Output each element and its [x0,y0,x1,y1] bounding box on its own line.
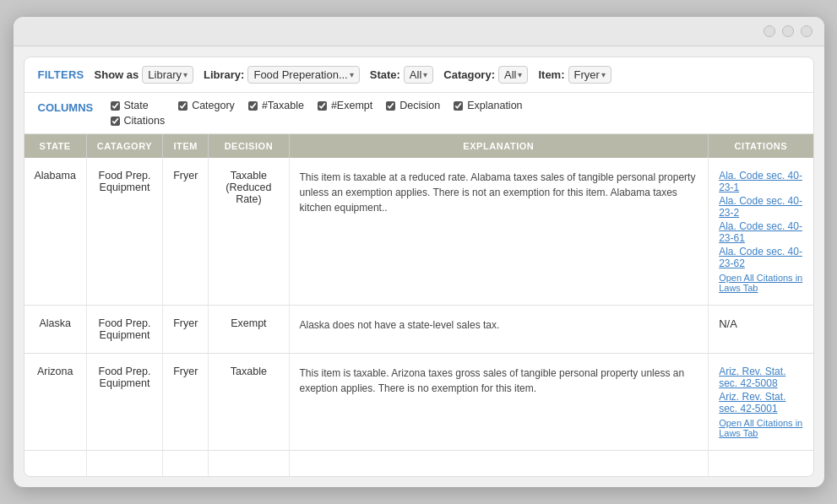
empty-cell [163,451,209,476]
state-label: State: [370,68,400,81]
state-dropdown[interactable]: All ▾ [404,66,433,84]
column-citations-label: Citations [124,115,166,127]
column-decision-label: Decision [399,100,440,111]
empty-cell [709,451,813,476]
table-row: Alaska Food Prep.Equipment Fryer Exempt … [24,306,813,354]
category-dropdown[interactable]: All ▾ [498,66,528,84]
open-all-citations-link[interactable]: Open All Citations in Laws Tab [719,418,802,438]
cell-explanation: This item is taxable at a reduced rate. … [289,158,709,306]
cell-state: Arizona [24,354,87,451]
library-value: Food Preperation... [253,68,347,81]
column-group-3: #Exempt [318,100,372,111]
columns-list: State Citations Category [111,100,523,127]
category-chevron-icon: ▾ [518,70,522,79]
cell-citations: Ariz. Rev. Stat. sec. 42-5008 Ariz. Rev.… [709,354,813,451]
citation-link[interactable]: Ala. Code sec. 40-23-62 [719,246,802,269]
column-decision-checkbox[interactable] [386,101,395,111]
columns-label: COLUMNS [38,101,97,114]
cell-category: Food Prep.Equipment [86,306,162,354]
column-explanation-label: Explanation [467,100,522,111]
table-header-row: STATE CATAGORY ITEM DECISION EXPLANATION… [24,134,813,158]
cell-category: Food Prep.Equipment [86,158,162,306]
cell-category: Food Prep.Equipment [86,354,162,451]
column-group-2: #Taxable [248,100,304,111]
column-group-4: Decision [386,100,440,111]
filters-label: FILTERS [38,68,84,81]
state-value: All [410,68,421,81]
data-table: STATE CATAGORY ITEM DECISION EXPLANATION… [24,134,813,476]
citation-link[interactable]: Ala. Code sec. 40-23-1 [719,170,802,193]
cell-explanation: Alaska does not have a state-level sales… [289,306,709,354]
column-group-5: Explanation [454,100,522,111]
column-citations-checkbox[interactable] [111,117,120,126]
na-value: N/A [719,317,737,330]
header-category: CATAGORY [86,134,162,158]
cell-explanation: This item is taxable. Arizona taxes gros… [289,354,709,451]
library-dropdown[interactable]: Food Preperation... ▾ [247,66,359,84]
column-exempt-item[interactable]: #Exempt [318,100,372,111]
item-label: Item: [538,68,564,81]
main-window: FILTERS Show as Library ▾ Library: Food … [14,17,824,487]
column-state-label: State [124,100,149,111]
column-explanation-item[interactable]: Explanation [454,100,522,111]
category-label: Catagory: [443,68,495,81]
header-decision: DECISION [209,134,289,158]
state-filter: State: All ▾ [370,66,434,84]
filters-bar: FILTERS Show as Library ▾ Library: Food … [24,57,813,93]
maximize-button[interactable] [782,25,794,37]
column-taxable-item[interactable]: #Taxable [248,100,304,111]
column-taxable-checkbox[interactable] [248,101,258,111]
header-explanation: EXPLANATION [289,134,709,158]
close-button[interactable] [801,25,813,37]
table-row-empty [24,451,813,476]
library-filter: Library: Food Preperation... ▾ [204,66,360,84]
cell-citations: N/A [709,306,813,354]
column-explanation-checkbox[interactable] [454,101,463,111]
item-filter: Item: Fryer ▾ [538,66,611,84]
column-decision-item[interactable]: Decision [386,100,440,111]
library-label: Library: [204,68,244,81]
open-all-citations-link[interactable]: Open All Citations in Laws Tab [719,273,802,293]
cell-decision: Taxable [209,354,289,451]
empty-cell [86,451,162,476]
citation-link[interactable]: Ariz. Rev. Stat. sec. 42-5008 [719,366,802,389]
show-as-label: Show as [95,68,139,81]
column-citations-item[interactable]: Citations [111,115,166,127]
header-citations: CITATIONS [709,134,813,158]
column-category-item[interactable]: Category [178,100,235,111]
show-as-value: Library [148,68,182,81]
show-as-chevron-icon: ▾ [183,70,188,79]
column-state-checkbox[interactable] [111,101,120,111]
table-row: Arizona Food Prep.Equipment Fryer Taxabl… [24,354,813,451]
main-content: FILTERS Show as Library ▾ Library: Food … [24,57,814,477]
header-state: STATE [24,134,87,158]
cell-item: Fryer [163,158,209,306]
column-exempt-label: #Exempt [331,100,372,111]
cell-decision: Exempt [209,306,289,354]
columns-bar: COLUMNS State Citations Category [24,93,813,134]
column-state-item[interactable]: State [111,100,166,111]
column-taxable-label: #Taxable [262,100,304,111]
citation-link[interactable]: Ariz. Rev. Stat. sec. 42-5001 [719,391,802,415]
column-group-0: State Citations [111,100,166,127]
table-row: Alabama Food Prep.Equipment Fryer Taxabl… [24,158,813,306]
column-exempt-checkbox[interactable] [318,101,327,111]
category-value: All [504,68,516,81]
category-filter: Catagory: All ▾ [443,66,528,84]
item-dropdown[interactable]: Fryer ▾ [568,66,611,84]
window-controls [764,25,813,37]
empty-cell [209,451,289,476]
cell-item: Fryer [163,306,209,354]
show-as-dropdown[interactable]: Library ▾ [142,66,193,84]
cell-decision: Taxable(Reduced Rate) [209,158,289,306]
column-group-1: Category [178,100,235,111]
column-category-checkbox[interactable] [178,101,188,111]
cell-state: Alaska [24,306,87,354]
citation-link[interactable]: Ala. Code sec. 40-23-2 [719,195,802,219]
cell-item: Fryer [163,354,209,451]
state-chevron-icon: ▾ [423,70,427,79]
minimize-button[interactable] [764,25,775,37]
item-chevron-icon: ▾ [601,70,606,79]
library-chevron-icon: ▾ [350,70,354,79]
citation-link[interactable]: Ala. Code sec. 40-23-61 [719,220,802,244]
